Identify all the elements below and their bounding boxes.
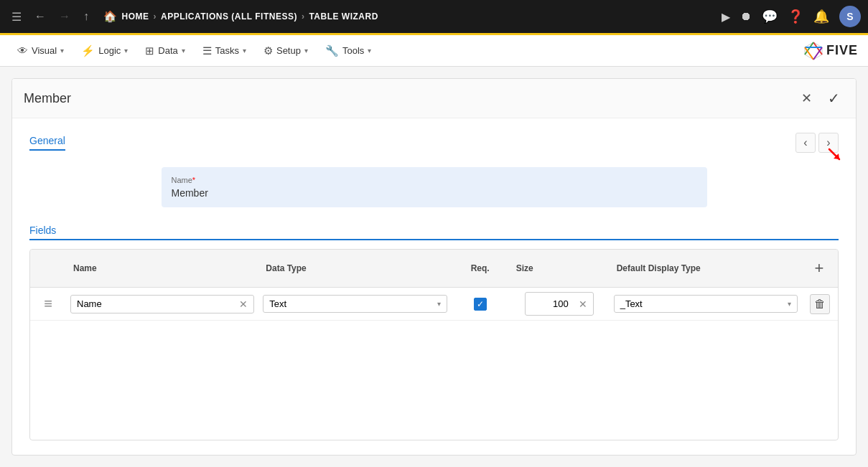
second-navigation: 👁 Visual ▾ ⚡ Logic ▾ ⊞ Data ▾ ☰ Tasks ▾ … xyxy=(0,35,868,67)
tools-label: Tools xyxy=(342,45,364,56)
th-name: Name xyxy=(66,260,258,276)
logic-icon: ⚡ xyxy=(81,44,95,57)
home-icon: 🏠 xyxy=(103,10,118,23)
tools-arrow: ▾ xyxy=(368,47,371,55)
card-title: Member xyxy=(24,91,71,106)
nav-right-actions: ▶ ⏺ 💬 ❓ 🔔 S xyxy=(722,6,861,27)
breadcrumb: 🏠 HOME › APPLICATIONS (ALL FITNESS) › TA… xyxy=(103,10,378,23)
forward-icon[interactable]: → xyxy=(55,7,75,26)
close-button[interactable]: ✕ xyxy=(795,88,817,109)
card: Member ✕ ✓ General ‹ › xyxy=(11,78,857,456)
breadcrumb-app[interactable]: APPLICATIONS (ALL FITNESS) xyxy=(161,11,297,22)
up-icon[interactable]: ↑ xyxy=(79,7,93,26)
top-navigation: ☰ ← → ↑ 🏠 HOME › APPLICATIONS (ALL FITNE… xyxy=(0,0,868,33)
data-type-select[interactable]: Text ▾ xyxy=(263,295,447,313)
sidebar-item-visual[interactable]: 👁 Visual ▾ xyxy=(10,40,71,61)
tab-next-arrow[interactable]: › xyxy=(818,133,839,153)
logic-arrow: ▾ xyxy=(124,47,128,55)
delete-icon: 🗑 xyxy=(814,298,826,311)
default-display-select[interactable]: _Text ▾ xyxy=(614,295,798,313)
logic-label: Logic xyxy=(98,45,121,56)
chat-icon[interactable]: 💬 xyxy=(762,9,778,24)
name-field-label: Name* xyxy=(172,176,697,184)
card-actions: ✕ ✓ xyxy=(795,88,844,109)
sidebar-item-tasks[interactable]: ☰ Tasks ▾ xyxy=(195,40,253,62)
table-header: Name Data Type Req. Size Default Display… xyxy=(30,250,838,288)
sidebar-item-tools[interactable]: 🔧 Tools ▾ xyxy=(318,40,378,62)
tab-nav-arrows: ‹ › xyxy=(795,133,839,153)
th-actions: + xyxy=(802,255,838,281)
data-type-arrow-icon: ▾ xyxy=(437,300,441,308)
size-wrapper: ✕ xyxy=(525,292,594,316)
size-input[interactable] xyxy=(531,296,574,312)
user-avatar[interactable]: S xyxy=(839,6,861,27)
th-size: Size xyxy=(509,260,610,276)
required-checkbox[interactable]: ✓ xyxy=(474,298,487,311)
sidebar-item-data[interactable]: ⊞ Data ▾ xyxy=(138,40,192,62)
setup-arrow: ▾ xyxy=(304,47,308,55)
five-logo-icon xyxy=(803,41,823,61)
delete-cell: 🗑 xyxy=(802,294,838,314)
back-icon[interactable]: ← xyxy=(30,7,50,26)
main-content: Member ✕ ✓ General ‹ › xyxy=(0,67,868,467)
sidebar-item-setup[interactable]: ⚙ Setup ▾ xyxy=(256,40,315,62)
check-icon: ✓ xyxy=(477,299,484,309)
drag-icon: ≡ xyxy=(44,296,52,312)
visual-icon: 👁 xyxy=(17,44,28,57)
breadcrumb-home[interactable]: HOME xyxy=(122,11,149,22)
size-clear-button[interactable]: ✕ xyxy=(579,298,587,310)
red-arrow-indicator xyxy=(826,146,842,162)
data-arrow: ▾ xyxy=(182,47,185,55)
drag-handle[interactable]: ≡ xyxy=(30,296,66,312)
tab-fields[interactable]: Fields xyxy=(29,225,839,240)
tools-icon: 🔧 xyxy=(325,44,339,57)
add-field-button[interactable]: + xyxy=(809,258,829,278)
menu-icon[interactable]: ☰ xyxy=(7,7,26,27)
delete-field-button[interactable]: 🗑 xyxy=(810,294,830,314)
size-cell: ✕ xyxy=(509,292,610,316)
fields-section: Fields Name Data Type Req. Size Default … xyxy=(29,225,839,440)
sidebar-item-logic[interactable]: ⚡ Logic ▾ xyxy=(74,40,135,62)
tasks-icon: ☰ xyxy=(202,44,212,57)
field-name-clear-button[interactable]: ✕ xyxy=(239,298,248,310)
setup-icon: ⚙ xyxy=(263,44,273,57)
required-cell: ✓ xyxy=(452,298,509,311)
breadcrumb-sep2: › xyxy=(302,11,305,22)
fields-table: Name Data Type Req. Size Default Display… xyxy=(29,249,839,440)
required-indicator: * xyxy=(192,176,195,184)
tab-general-row: General ‹ › xyxy=(29,133,839,153)
card-body: General ‹ › Nam xyxy=(12,118,856,455)
help-icon[interactable]: ❓ xyxy=(788,9,803,24)
nav-items: 👁 Visual ▾ ⚡ Logic ▾ ⊞ Data ▾ ☰ Tasks ▾ … xyxy=(10,40,378,62)
th-drag xyxy=(30,265,66,271)
data-type-value: Text xyxy=(269,298,286,309)
data-label: Data xyxy=(158,45,177,56)
table-row: ≡ ✕ Text ▾ xyxy=(30,288,838,321)
confirm-button[interactable]: ✓ xyxy=(823,88,844,109)
notification-icon[interactable]: 🔔 xyxy=(813,9,829,24)
breadcrumb-page: TABLE WIZARD xyxy=(309,11,378,22)
visual-arrow: ▾ xyxy=(60,47,64,55)
tasks-label: Tasks xyxy=(215,45,239,56)
th-default-display: Default Display Type xyxy=(610,260,802,276)
name-field-container: Name* xyxy=(162,167,707,207)
visual-label: Visual xyxy=(32,45,57,56)
play-icon[interactable]: ▶ xyxy=(722,10,730,24)
name-input[interactable] xyxy=(172,187,697,199)
five-logo: FIVE xyxy=(803,41,858,61)
tasks-arrow: ▾ xyxy=(243,47,246,55)
name-field-wrapper: Name* xyxy=(162,167,707,207)
default-display-arrow-icon: ▾ xyxy=(788,300,791,308)
field-name-input[interactable] xyxy=(77,298,235,309)
setup-label: Setup xyxy=(276,45,301,56)
default-display-value: _Text xyxy=(620,298,643,309)
field-name-input-wrapper: ✕ xyxy=(70,295,254,313)
breadcrumb-sep1: › xyxy=(154,11,157,22)
data-icon: ⊞ xyxy=(145,44,154,57)
record-icon[interactable]: ⏺ xyxy=(740,10,752,23)
card-header: Member ✕ ✓ xyxy=(12,79,856,118)
th-req: Req. xyxy=(452,260,509,276)
tab-prev-arrow[interactable]: ‹ xyxy=(795,133,816,153)
th-datatype: Data Type xyxy=(258,260,451,276)
tab-general[interactable]: General xyxy=(29,135,65,151)
